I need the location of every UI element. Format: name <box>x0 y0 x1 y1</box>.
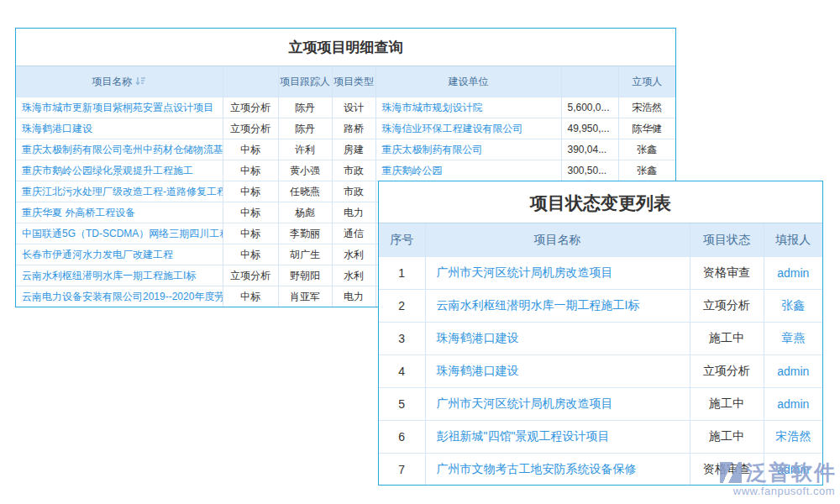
detail-table-header: 项目名称 项目跟踪人 项目类型 建设单位 立项人 <box>16 66 675 97</box>
reporter-cell[interactable]: admin <box>764 454 822 486</box>
reporter-cell[interactable]: admin <box>764 388 822 421</box>
reporter-cell[interactable]: 宋浩然 <box>764 421 822 454</box>
column-header-tracker: 项目跟踪人 <box>278 66 332 97</box>
status-panel-title: 项目状态变更列表 <box>379 181 822 223</box>
project-type-cell: 电力 <box>332 286 375 307</box>
reporter-cell[interactable]: 章燕 <box>764 323 822 355</box>
project-name-cell[interactable]: 广州市天河区统计局机房改造项目 <box>425 257 690 290</box>
project-status-cell: 资格审查 <box>690 257 764 290</box>
project-tracker-cell: 野朝阳 <box>278 265 332 286</box>
amount-cell: 49,950,... <box>561 118 618 139</box>
row-number-cell: 7 <box>379 454 425 486</box>
column-header-reporter: 填报人 <box>764 223 822 257</box>
status-table: 序号 项目名称 项目状态 填报人 1广州市天河区统计局机房改造项目资格审查adm… <box>379 223 822 486</box>
row-number-cell: 6 <box>379 421 425 454</box>
project-status-cell: 立项分析 <box>223 97 278 118</box>
column-header-status: 项目状态 <box>690 223 764 257</box>
column-header-label: 项目名称 <box>92 76 132 87</box>
project-name-cell[interactable]: 珠海鹤港口建设 <box>16 118 223 139</box>
project-type-cell: 房建 <box>332 139 375 160</box>
creator-cell: 张鑫 <box>618 139 675 160</box>
detail-panel-title: 立项项目明细查询 <box>16 29 675 66</box>
project-name-cell[interactable]: 重庆市鹅岭公园绿化景观提升工程施工 <box>16 160 223 181</box>
project-tracker-cell: 陈丹 <box>278 97 332 118</box>
project-type-cell: 路桥 <box>332 118 375 139</box>
project-status-cell: 施工中 <box>690 323 764 355</box>
project-tracker-cell: 肖亚军 <box>278 286 332 307</box>
project-name-cell[interactable]: 彭祖新城"四馆"景观工程设计项目 <box>425 421 690 454</box>
project-type-cell: 市政 <box>332 181 375 202</box>
project-name-cell[interactable]: 云南电力设备安装有限公司2019--2020年度劳务 <box>16 286 223 307</box>
project-tracker-cell: 胡广生 <box>278 244 332 265</box>
project-status-cell: 中标 <box>223 244 278 265</box>
status-change-panel: 项目状态变更列表 序号 项目名称 项目状态 填报人 1广州市天河区统计局机房改造… <box>378 181 823 486</box>
project-name-cell[interactable]: 云南水利枢纽潜明水库一期工程施工I标 <box>16 265 223 286</box>
project-status-cell: 立项分析 <box>223 265 278 286</box>
project-type-cell: 水利 <box>332 244 375 265</box>
table-row: 4珠海鹤港口建设立项分析admin <box>379 355 822 388</box>
project-name-cell[interactable]: 广州市文物考古工地安防系统设备保修 <box>425 454 690 486</box>
project-name-cell[interactable]: 云南水利枢纽潜明水库一期工程施工I标 <box>425 290 690 323</box>
project-name-cell[interactable]: 重庆江北污水处理厂级改造工程-道路修复工程 <box>16 181 223 202</box>
project-status-cell: 施工中 <box>690 421 764 454</box>
project-type-cell: 市政 <box>332 160 375 181</box>
amount-cell: 300,50... <box>561 160 618 181</box>
row-number-cell: 1 <box>379 257 425 290</box>
reporter-cell[interactable]: admin <box>764 355 822 388</box>
project-status-cell: 中标 <box>223 202 278 223</box>
column-header-unit: 建设单位 <box>375 66 561 97</box>
project-type-cell: 电力 <box>332 202 375 223</box>
project-name-cell[interactable]: 重庆华夏 外高桥工程设备 <box>16 202 223 223</box>
row-number-cell: 5 <box>379 388 425 421</box>
status-table-header: 序号 项目名称 项目状态 填报人 <box>379 223 822 257</box>
header-row: 项目名称 项目跟踪人 项目类型 建设单位 立项人 <box>16 66 675 97</box>
table-row: 5广州市天河区统计局机房改造项目施工中admin <box>379 388 822 421</box>
project-status-cell: 中标 <box>223 139 278 160</box>
project-status-cell: 中标 <box>223 160 278 181</box>
table-row: 2云南水利枢纽潜明水库一期工程施工I标立项分析张鑫 <box>379 290 822 323</box>
construction-unit-cell[interactable]: 重庆太极制药有限公司 <box>375 139 561 160</box>
status-table-body: 1广州市天河区统计局机房改造项目资格审查admin2云南水利枢纽潜明水库一期工程… <box>379 257 822 486</box>
construction-unit-cell[interactable]: 珠海市城市规划设计院 <box>375 97 561 118</box>
sort-icon[interactable] <box>135 76 146 86</box>
row-number-cell: 4 <box>379 355 425 388</box>
reporter-cell[interactable]: admin <box>764 257 822 290</box>
creator-cell: 陈华健 <box>618 118 675 139</box>
project-status-cell: 立项分析 <box>690 290 764 323</box>
project-tracker-cell: 黄小强 <box>278 160 332 181</box>
creator-cell: 宋浩然 <box>618 97 675 118</box>
project-name-cell[interactable]: 广州市天河区统计局机房改造项目 <box>425 388 690 421</box>
amount-cell: 5,600,0... <box>561 97 618 118</box>
table-row: 重庆市鹅岭公园绿化景观提升工程施工中标黄小强市政重庆鹅岭公园300,50...张… <box>16 160 675 181</box>
project-type-cell: 设计 <box>332 97 375 118</box>
project-status-cell: 资格审查 <box>690 454 764 486</box>
table-row: 7广州市文物考古工地安防系统设备保修资格审查admin <box>379 454 822 486</box>
project-name-cell[interactable]: 珠海鹤港口建设 <box>425 355 690 388</box>
project-status-cell: 立项分析 <box>223 118 278 139</box>
project-status-cell: 中标 <box>223 181 278 202</box>
creator-cell: 张鑫 <box>618 160 675 181</box>
project-name-cell[interactable]: 珠海鹤港口建设 <box>425 323 690 355</box>
project-name-cell[interactable]: 长春市伊通河水力发电厂改建工程 <box>16 244 223 265</box>
project-name-cell[interactable]: 中国联通5G（TD-SCDMA）网络三期四川工程 <box>16 223 223 244</box>
project-status-cell: 中标 <box>223 223 278 244</box>
table-row: 3珠海鹤港口建设施工中章燕 <box>379 323 822 355</box>
row-number-cell: 2 <box>379 290 425 323</box>
project-name-cell[interactable]: 重庆太极制药有限公司亳州中药材仓储物流基地 <box>16 139 223 160</box>
construction-unit-cell[interactable]: 重庆鹅岭公园 <box>375 160 561 181</box>
row-number-cell: 3 <box>379 323 425 355</box>
project-name-cell[interactable]: 珠海市城市更新项目紫桐苑安置点设计项目 <box>16 97 223 118</box>
table-row: 珠海市城市更新项目紫桐苑安置点设计项目立项分析陈丹设计珠海市城市规划设计院5,6… <box>16 97 675 118</box>
table-row: 1广州市天河区统计局机房改造项目资格审查admin <box>379 257 822 290</box>
project-tracker-cell: 任晓燕 <box>278 181 332 202</box>
reporter-cell[interactable]: 张鑫 <box>764 290 822 323</box>
column-header-project-name[interactable]: 项目名称 <box>16 66 223 97</box>
table-row: 重庆太极制药有限公司亳州中药材仓储物流基地中标许利房建重庆太极制药有限公司390… <box>16 139 675 160</box>
construction-unit-cell[interactable]: 珠海信业环保工程建设有限公司 <box>375 118 561 139</box>
column-header-no: 序号 <box>379 223 425 257</box>
project-status-cell: 中标 <box>223 286 278 307</box>
table-row: 6彭祖新城"四馆"景观工程设计项目施工中宋浩然 <box>379 421 822 454</box>
project-status-cell: 立项分析 <box>690 355 764 388</box>
column-header-creator: 立项人 <box>618 66 675 97</box>
table-row: 珠海鹤港口建设立项分析陈丹路桥珠海信业环保工程建设有限公司49,950,...陈… <box>16 118 675 139</box>
